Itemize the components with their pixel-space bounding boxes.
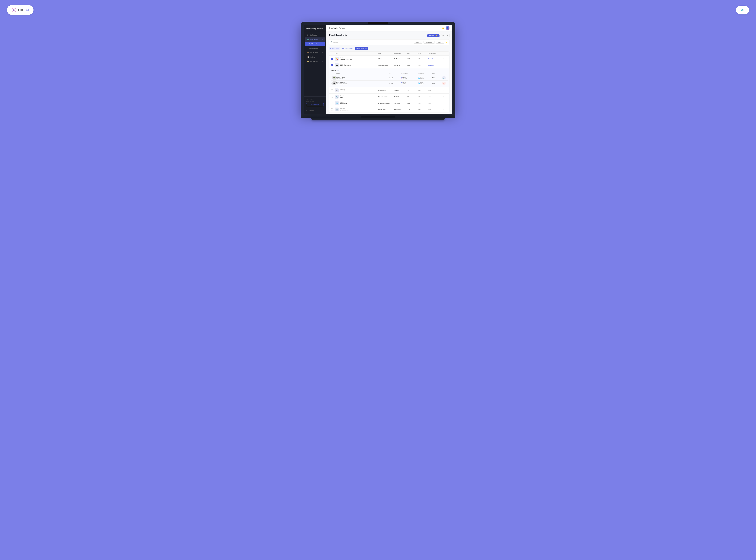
col-title: Title xyxy=(335,53,378,54)
row5-connection: None xyxy=(428,102,443,104)
sidebar-item-find-products[interactable]: Find Products xyxy=(305,42,325,46)
row1-connection: Connected xyxy=(428,58,443,60)
variant1-cost-retail: $ $40.00 ▼ $52.00 xyxy=(401,77,418,79)
table-row: 💨 VitalCare Powerbreath Breathing exerci… xyxy=(329,100,449,106)
row1-profit: 20% xyxy=(418,58,428,60)
row6-qty: 268 xyxy=(407,109,418,110)
col-profit: Profit xyxy=(418,53,428,54)
orders-icon: 📋 xyxy=(307,56,309,58)
sidebar-item-settings[interactable]: ⚙ Settings xyxy=(304,108,326,112)
svg-point-2 xyxy=(14,8,15,9)
row3-expand-button[interactable]: ▾ xyxy=(443,90,447,91)
advanced-filter-button[interactable]: ⚡ xyxy=(445,41,447,43)
retail2-icon: ▼ xyxy=(401,83,402,84)
variants-col-header: Variant Qty Cost / Retail Shipping Profi… xyxy=(331,72,447,75)
products-table: Title Type Fulfilled By Qty Profit Conne… xyxy=(329,52,450,113)
laptop-screen: Dropshipping Platform ⊞ Dashboard 🏪 Mark… xyxy=(304,25,452,114)
variant-col-profit: Profit xyxy=(432,73,442,74)
row6-checkbox[interactable] xyxy=(331,108,333,111)
row3-type: Breathalyzer xyxy=(378,90,394,91)
variant1-expand-icon: — xyxy=(331,77,332,79)
variant2-shipping: $ $10.00 🌐 $10.00 xyxy=(418,82,432,84)
accounting-icon: 💳 xyxy=(307,61,309,62)
products-chevron: ▾ xyxy=(322,52,323,53)
row4-expand-button[interactable]: ▾ xyxy=(443,96,447,98)
search-input[interactable] xyxy=(338,41,413,43)
col-fulfilled: Fulfilled By xyxy=(394,53,407,54)
row6-expand-button[interactable]: ▾ xyxy=(443,109,447,110)
category-button[interactable]: Category ⚡ xyxy=(427,34,439,37)
row6-profit: 20% xyxy=(418,109,428,110)
types-chevron-icon: ▾ xyxy=(442,41,443,43)
user-avatar[interactable]: 👤 xyxy=(446,26,450,30)
svg-point-3 xyxy=(14,11,15,12)
row4-type: Dry heat ovens xyxy=(378,96,394,98)
variant2-cost-retail: $ $40.00 ▼ $5200 xyxy=(401,82,418,84)
row1-product-image: 💊 xyxy=(335,57,339,61)
row3-title-cell: 🔬 PrimeMed Aikomat elektronicz... xyxy=(335,88,378,92)
row2-expand-button[interactable]: ▾ xyxy=(443,64,447,66)
row4-qty: 38 xyxy=(407,96,418,98)
fulfilled-chevron-icon: ▾ xyxy=(433,41,433,43)
row4-checkbox[interactable] xyxy=(331,96,333,98)
table-row: ✓ 💊 MedEquip Inhaler AG NEB 800 Inhaler xyxy=(329,56,449,62)
marketplace-chevron: ▾ xyxy=(322,39,323,40)
documentation-button[interactable]: Documentation xyxy=(306,103,324,106)
logo-text: ITIS AI xyxy=(18,8,29,12)
sidebar-item-orders[interactable]: 📋 Orders ▾ xyxy=(305,55,325,59)
row2-checkbox[interactable]: ✓ xyxy=(331,64,333,66)
variants-header: Variants 2 xyxy=(331,70,447,71)
variant1-image: 📟 xyxy=(333,76,336,80)
brand-filter[interactable]: Brand ▾ xyxy=(414,41,422,44)
row2-fulfilled: HealthPro xyxy=(394,64,407,66)
top-nav-right: 🔔 👤 xyxy=(442,26,450,30)
search-placeholder: Search xyxy=(333,41,338,43)
orders-chevron: ▾ xyxy=(322,56,323,58)
sidebar-item-dashboard[interactable]: ⊞ Dashboard xyxy=(305,33,325,37)
variant1-link-button[interactable]: 🔗 xyxy=(442,76,445,79)
settings-icon: ⚙ xyxy=(306,109,307,111)
brand-chevron-icon: ▾ xyxy=(420,41,421,43)
row5-expand-button[interactable]: ▾ xyxy=(443,102,447,104)
row5-product-image: 💨 xyxy=(335,101,339,105)
row5-title-cell: 💨 VitalCare Powerbreath xyxy=(335,101,378,105)
logo-pill[interactable]: ITIS AI xyxy=(7,5,34,15)
bell-icon[interactable]: 🔔 xyxy=(442,27,444,29)
col-qty: Qty xyxy=(407,53,418,54)
sidebar-item-view-suppliers[interactable]: View Suppliers xyxy=(305,46,325,50)
table-header: Title Type Fulfilled By Qty Profit Conne… xyxy=(329,52,449,56)
filter-bar: 🔍 Search Brand ▾ Fulfilled By ▾ xyxy=(329,39,450,45)
ship2-icon: $ xyxy=(418,82,419,83)
row4-product-image: 🔧 xyxy=(335,95,339,99)
variant2-name: Blue / Fingertip xyxy=(336,82,389,83)
select-50-link[interactable]: Select 50+ products xyxy=(342,47,353,49)
sidebar-bottom: Need Help? Check out docs Documentation xyxy=(304,96,326,108)
app-title: Dropshipping Platform xyxy=(329,27,345,29)
row3-checkbox[interactable] xyxy=(331,89,333,92)
row5-profit: 30% xyxy=(418,102,428,104)
table-row: 🔧 MedicalS DHS Dry heat ovens MedicalS 3… xyxy=(329,94,449,100)
check-icon: ✓ xyxy=(330,47,332,49)
variant2-sku: SKU: 30283928393232 xyxy=(336,83,389,84)
row6-product-image: 🔄 xyxy=(335,107,339,111)
grid-view-button[interactable]: ⊞ xyxy=(441,34,445,37)
variant2-remove-button[interactable]: ✕ xyxy=(442,82,445,85)
top-bar: ITIS AI AI xyxy=(7,5,749,15)
sidebar: Dropshipping Platform ⊞ Dashboard 🏪 Mark… xyxy=(304,25,326,114)
ai-badge[interactable]: AI xyxy=(736,6,749,15)
add-to-import-button[interactable]: Add to Import List xyxy=(355,47,369,50)
sidebar-item-accounting[interactable]: 💳 Accounting ▾ xyxy=(305,59,325,63)
variant-row: — 📟 Blue / Fingertip SKU: 30283928393232… xyxy=(331,80,447,86)
variant1-qty: ⊙ 150 xyxy=(389,77,401,79)
row5-brand: VitalCare xyxy=(340,102,347,103)
ship2-intl-icon: 🌐 xyxy=(418,83,420,84)
sidebar-item-my-products[interactable]: 📦 My Products ▾ xyxy=(305,51,325,55)
fulfilled-by-filter[interactable]: Fulfilled By ▾ xyxy=(423,41,435,44)
sidebar-item-marketplace[interactable]: 🏪 Marketplace ▾ xyxy=(305,37,325,42)
row1-checkbox[interactable]: ✓ xyxy=(331,58,333,60)
col-type: Type xyxy=(378,53,394,54)
list-view-button[interactable]: ☰ xyxy=(446,34,450,37)
types-filter[interactable]: Types ▾ xyxy=(436,41,444,44)
row1-expand-button[interactable]: ▾ xyxy=(443,58,447,60)
row5-checkbox[interactable] xyxy=(331,102,333,104)
